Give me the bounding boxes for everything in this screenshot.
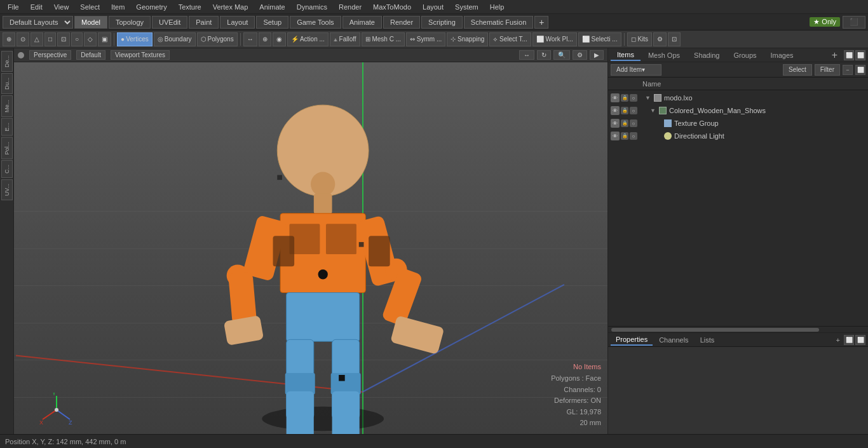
prop-tab-properties[interactable]: Properties <box>611 334 653 346</box>
item-eye-1[interactable]: 👁 <box>611 93 620 102</box>
menu-system[interactable]: System <box>450 2 484 12</box>
tab-model[interactable]: Model <box>74 16 107 29</box>
viewport-pan-btn[interactable]: ↔ <box>519 50 534 60</box>
menu-select[interactable]: Select <box>75 2 105 12</box>
prop-tab-lists[interactable]: Lists <box>695 335 720 345</box>
panel-tab-groups[interactable]: Groups <box>727 50 763 60</box>
menu-animate[interactable]: Animate <box>254 2 290 12</box>
move-tool-btn[interactable]: ↔ <box>243 32 257 46</box>
item-label-4[interactable]: Directional Light <box>674 132 865 140</box>
menu-maxtomodo[interactable]: MaxToModo <box>368 2 416 12</box>
falloff-btn[interactable]: ⟁ Falloff <box>330 32 360 46</box>
menu-layout[interactable]: Layout <box>417 2 449 12</box>
menu-geometry[interactable]: Geometry <box>131 2 172 12</box>
filter-btn[interactable]: Filter <box>815 64 840 76</box>
menu-render[interactable]: Render <box>334 2 367 12</box>
prop-add-btn[interactable]: + <box>834 336 843 344</box>
panel-add-button[interactable]: + <box>829 50 840 61</box>
mesh-btn[interactable]: ⊞ Mesh C ... <box>362 32 405 46</box>
snapping-btn[interactable]: ⊹ Snapping <box>447 32 488 46</box>
filled-btn[interactable]: ▣ <box>98 32 111 46</box>
tab-setup[interactable]: Setup <box>256 16 288 29</box>
panel-tab-mesh-ops[interactable]: Mesh Ops <box>642 50 686 60</box>
vertices-btn[interactable]: ● Vertices <box>117 32 153 46</box>
item-row-modo-lxo[interactable]: 👁 🔒 ○ ▼ modo.lxo <box>608 92 868 104</box>
viewport-canvas[interactable]: No Items Polygons : Face Channels: 0 Def… <box>14 62 607 434</box>
prop-panel-icon1[interactable]: ⬜ <box>844 335 854 345</box>
ring-btn[interactable]: ○ <box>71 32 83 46</box>
textures-btn[interactable]: Viewport Textures <box>111 50 170 60</box>
item-eye-vis-2[interactable]: ○ <box>630 107 637 114</box>
item-eye-lock-4[interactable]: 🔒 <box>621 132 628 140</box>
sidebar-tab-du[interactable]: Du... <box>1 73 13 94</box>
crosshair-btn[interactable]: ⊕ <box>259 32 271 46</box>
default-layouts-select[interactable]: Default Layouts <box>3 16 73 29</box>
sidebar-tab-de[interactable]: De... <box>1 51 13 72</box>
viewport-zoom-btn[interactable]: 🔍 <box>553 50 570 60</box>
item-eye-vis-1[interactable]: ○ <box>630 94 637 102</box>
item-eye-2[interactable]: 👁 <box>611 106 620 115</box>
item-label-1[interactable]: modo.lxo <box>664 94 865 102</box>
prop-tab-channels[interactable]: Channels <box>654 335 693 345</box>
items-scrollbar[interactable] <box>608 326 868 332</box>
rect-btn[interactable]: □ <box>44 32 56 46</box>
lasso-btn[interactable]: △ <box>31 32 43 46</box>
menu-texture[interactable]: Texture <box>173 2 207 12</box>
layout-view-btn[interactable]: ⊡ <box>668 32 681 46</box>
paint-btn[interactable]: ◇ <box>84 32 97 46</box>
action-btn[interactable]: ⚡ Action ... <box>287 32 329 46</box>
item-eye-3[interactable]: 👁 <box>611 119 620 128</box>
item-label-2[interactable]: Colored_Wooden_Man_Shows <box>669 107 865 114</box>
item-eye-lock-3[interactable]: 🔒 <box>621 119 628 127</box>
panel-minus-btn[interactable]: − <box>843 65 853 75</box>
item-row-texture-group[interactable]: 👁 🔒 ○ Texture Group <box>608 117 868 130</box>
tab-schematic-fusion[interactable]: Schematic Fusion <box>464 16 533 29</box>
tab-layout[interactable]: Layout <box>220 16 255 29</box>
kits-btn[interactable]: ◻ Kits <box>627 32 652 46</box>
add-btn[interactable]: ⊕ <box>3 32 15 46</box>
panel-expand-btn[interactable]: ⬜ <box>855 65 865 75</box>
perspective-btn[interactable]: Perspective <box>29 50 71 60</box>
select-tool-btn[interactable]: ⟡ Select T... <box>489 32 531 46</box>
tab-paint[interactable]: Paint <box>189 16 219 29</box>
menu-edit[interactable]: Edit <box>25 2 48 12</box>
tab-uvedit[interactable]: UVEdit <box>152 16 187 29</box>
polygons-btn[interactable]: ⬡ Polygons <box>197 32 238 46</box>
viewport-play-btn[interactable]: ▶ <box>590 50 604 60</box>
circle-select-btn[interactable]: ⊙ <box>17 32 29 46</box>
menu-item[interactable]: Item <box>106 2 130 12</box>
panel-tab-items[interactable]: Items <box>611 50 641 61</box>
sidebar-tab-e[interactable]: E... <box>1 118 13 136</box>
panel-tab-images[interactable]: Images <box>764 50 800 60</box>
add-layout-button[interactable]: + <box>534 16 548 29</box>
select-btn[interactable]: Select <box>783 64 812 76</box>
menu-view[interactable]: View <box>49 2 74 12</box>
panel-icon-btn2[interactable]: ⬜ <box>855 50 865 60</box>
star-only-badge[interactable]: ★ Only <box>810 17 840 27</box>
menu-file[interactable]: File <box>3 2 24 12</box>
settings-btn[interactable]: ⚙ <box>653 32 667 46</box>
tab-topology[interactable]: Topology <box>109 16 151 29</box>
viewport-rotate-btn[interactable]: ↻ <box>537 50 551 60</box>
item-row-directional-light[interactable]: 👁 🔒 ○ Directional Light <box>608 130 868 142</box>
sidebar-tab-pol[interactable]: Pol... <box>1 137 13 160</box>
work-plane-btn[interactable]: ⬜ Work Pl... <box>532 32 577 46</box>
symm-btn[interactable]: ⇔ Symm ... <box>406 32 445 46</box>
arrow-1[interactable]: ▼ <box>645 95 651 101</box>
expand-layout-button[interactable]: ⬛ <box>843 16 865 29</box>
items-list[interactable]: 👁 🔒 ○ ▼ modo.lxo 👁 🔒 ○ ▼ C <box>608 90 868 326</box>
menu-vertex-map[interactable]: Vertex Map <box>208 2 254 12</box>
menu-help[interactable]: Help <box>485 2 510 12</box>
item-eye-lock-2[interactable]: 🔒 <box>621 107 628 114</box>
tab-scripting[interactable]: Scripting <box>421 16 463 29</box>
dot-btn[interactable]: ◉ <box>273 32 286 46</box>
arrow-2[interactable]: ▼ <box>650 107 656 114</box>
tab-render[interactable]: Render <box>383 16 420 29</box>
boundary-btn[interactable]: ◎ Boundary <box>154 32 196 46</box>
sidebar-tab-c[interactable]: C... <box>1 160 13 178</box>
tab-game-tools[interactable]: Game Tools <box>290 16 341 29</box>
item-eye-vis-4[interactable]: ○ <box>630 132 637 140</box>
panel-tab-shading[interactable]: Shading <box>688 50 726 60</box>
item-eye-4[interactable]: 👁 <box>611 132 620 140</box>
panel-icon-btn1[interactable]: ⬜ <box>844 50 854 60</box>
